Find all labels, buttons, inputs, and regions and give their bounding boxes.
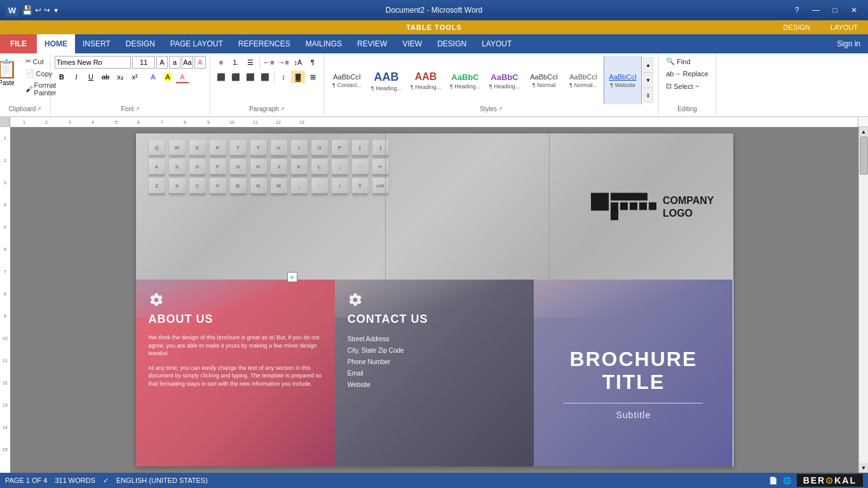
- save-icon[interactable]: 💾: [22, 5, 32, 15]
- about-body-1: We think the design of this brochure is …: [149, 334, 322, 358]
- font-expand-icon[interactable]: ↗: [135, 106, 140, 112]
- quick-access-icon[interactable]: ▼: [53, 7, 59, 14]
- styles-scroll-down[interactable]: ▼: [643, 72, 653, 88]
- highlight-button[interactable]: A: [161, 71, 175, 83]
- menu-review[interactable]: REVIEW: [349, 34, 395, 53]
- menu-insert[interactable]: INSERT: [75, 34, 118, 53]
- scroll-track[interactable]: [859, 137, 868, 463]
- redo-icon[interactable]: ↪: [44, 6, 50, 15]
- copy-icon: 📄: [25, 69, 34, 78]
- clipboard-group-label: Clipboard ↗: [9, 104, 42, 114]
- style-website[interactable]: AaBbCcI ¶ Website: [604, 56, 642, 104]
- paste-button[interactable]: 📋 Paste: [0, 56, 22, 89]
- justify-button[interactable]: ⬛: [258, 71, 272, 83]
- font-case-btn[interactable]: Aa: [182, 56, 193, 69]
- decrease-indent-button[interactable]: ←≡: [262, 56, 276, 69]
- tab-design-tt[interactable]: DESIGN: [773, 20, 820, 34]
- superscript-button[interactable]: x²: [128, 71, 142, 83]
- about-us-body[interactable]: We think the design of this brochure is …: [149, 334, 322, 388]
- styles-expand-icon[interactable]: ↗: [498, 106, 503, 112]
- font-size-increase-btn[interactable]: A: [156, 56, 168, 69]
- borders-button[interactable]: ⊞: [306, 71, 320, 83]
- sort-button[interactable]: ↕A: [291, 56, 305, 69]
- help-button[interactable]: ?: [788, 1, 806, 19]
- sign-in-link[interactable]: Sign in: [829, 34, 868, 53]
- language-indicator: ENGLISH (UNITED STATES): [116, 477, 208, 484]
- menu-home[interactable]: HOME: [37, 34, 75, 53]
- align-right-button[interactable]: ⬛: [243, 71, 257, 83]
- page-scroll-area[interactable]: ⊹ Q W E R T Y U I O P: [10, 127, 858, 473]
- show-marks-button[interactable]: ¶: [306, 56, 320, 69]
- minimize-button[interactable]: —: [807, 1, 825, 19]
- bold-button[interactable]: B: [55, 71, 69, 83]
- columns-area[interactable]: ABOUT US We think the design of this bro…: [136, 280, 733, 466]
- para-expand-icon[interactable]: ↗: [280, 106, 285, 112]
- menu-design-tt[interactable]: DESIGN: [430, 34, 474, 53]
- line-spacing-button[interactable]: ↕: [276, 71, 290, 83]
- underline-button[interactable]: U: [84, 71, 98, 83]
- align-center-button[interactable]: ⬛: [229, 71, 243, 83]
- numbering-button[interactable]: 1.: [229, 56, 243, 69]
- style-contact[interactable]: AaBbCcI ¶ Contact...: [328, 56, 366, 104]
- scroll-down-button[interactable]: ▼: [859, 463, 869, 473]
- table-move-handle[interactable]: ⊹: [287, 272, 297, 282]
- brochure-title-panel[interactable]: BROCHURETITLE Subtitle: [534, 280, 733, 466]
- style-heading2[interactable]: AAB ¶ Heading...: [407, 56, 445, 104]
- style-heading4[interactable]: AaBbC ¶ Heading...: [485, 56, 524, 104]
- ribbon: 📋 Paste ✂ Cut 📄 Copy 🖌 Format Painter: [0, 53, 868, 117]
- clear-formatting-btn[interactable]: A: [194, 56, 206, 69]
- subscript-button[interactable]: x₂: [113, 71, 127, 83]
- menu-view[interactable]: VIEW: [395, 34, 430, 53]
- bullets-button[interactable]: ≡: [214, 56, 228, 69]
- close-button[interactable]: ✕: [845, 1, 863, 19]
- menu-file[interactable]: FILE: [0, 34, 37, 53]
- text-effect-button[interactable]: A: [146, 71, 160, 83]
- clipboard-expand-icon[interactable]: ↗: [37, 106, 41, 112]
- about-gear-icon: [149, 292, 164, 308]
- ruler-scale: 1 2 3 4 5 6 7 8 9 10 11 12 13: [10, 117, 858, 126]
- about-panel-content[interactable]: ABOUT US We think the design of this bro…: [136, 280, 335, 466]
- shading-button[interactable]: ▓: [291, 71, 305, 83]
- font-color-button[interactable]: A: [175, 71, 189, 83]
- style-heading1[interactable]: AAB ¶ Heading...: [367, 56, 405, 104]
- multilevel-button[interactable]: ☰: [243, 56, 257, 69]
- contact-info[interactable]: Street Address City, State Zip Code Phon…: [348, 334, 521, 391]
- menu-mailings[interactable]: MAILINGS: [298, 34, 349, 53]
- maximize-button[interactable]: □: [826, 1, 844, 19]
- scroll-up-button[interactable]: ▲: [859, 127, 869, 137]
- menu-layout-tt[interactable]: LAYOUT: [474, 34, 519, 53]
- spelling-icon[interactable]: ✓: [103, 477, 109, 485]
- font-size-decrease-btn[interactable]: a: [169, 56, 180, 69]
- select-button[interactable]: ⊡ Select ~: [663, 81, 711, 92]
- about-us-panel[interactable]: ABOUT US We think the design of this bro…: [136, 280, 335, 466]
- table-tools-label: TABLE TOOLS: [406, 24, 462, 31]
- increase-indent-button[interactable]: →≡: [276, 56, 290, 69]
- align-left-button[interactable]: ⬛: [214, 71, 228, 83]
- title-panel-content[interactable]: BROCHURETITLE Subtitle: [534, 280, 733, 466]
- styles-scroll-up[interactable]: ▲: [643, 57, 653, 72]
- status-doc-view[interactable]: 📄: [769, 477, 778, 485]
- key-o: O: [311, 140, 328, 156]
- menu-references[interactable]: REFERENCES: [231, 34, 298, 53]
- find-button[interactable]: 🔍 Find: [663, 56, 711, 67]
- style-normal[interactable]: AaBbCcI ¶ Normal: [525, 56, 563, 104]
- tab-layout-tt[interactable]: LAYOUT: [820, 20, 868, 34]
- col-divider-2: [549, 133, 550, 280]
- contact-panel-content[interactable]: CONTACT US Street Address City, State Zi…: [335, 280, 534, 466]
- style-normal2[interactable]: AaBbCcI ¶ Normal...: [564, 56, 602, 104]
- replace-button[interactable]: ab→ Replace: [663, 69, 711, 79]
- style-heading3[interactable]: AaBbC ¶ Heading...: [446, 56, 484, 104]
- font-size-input[interactable]: [132, 56, 155, 69]
- menu-design[interactable]: DESIGN: [118, 34, 163, 53]
- menu-page-layout[interactable]: PAGE LAYOUT: [163, 34, 231, 53]
- status-web-view[interactable]: 🌐: [783, 477, 792, 485]
- italic-button[interactable]: I: [69, 71, 83, 83]
- strikethrough-button[interactable]: ab: [98, 71, 112, 83]
- scroll-thumb[interactable]: [860, 137, 868, 175]
- style-website-preview: AaBbCcI: [609, 73, 636, 81]
- undo-icon[interactable]: ↩: [35, 6, 41, 15]
- font-name-input[interactable]: [55, 56, 131, 69]
- contact-us-panel[interactable]: CONTACT US Street Address City, State Zi…: [335, 280, 534, 466]
- styles-more[interactable]: ⊻: [643, 88, 653, 103]
- vertical-scrollbar[interactable]: ▲ ▼: [858, 127, 868, 473]
